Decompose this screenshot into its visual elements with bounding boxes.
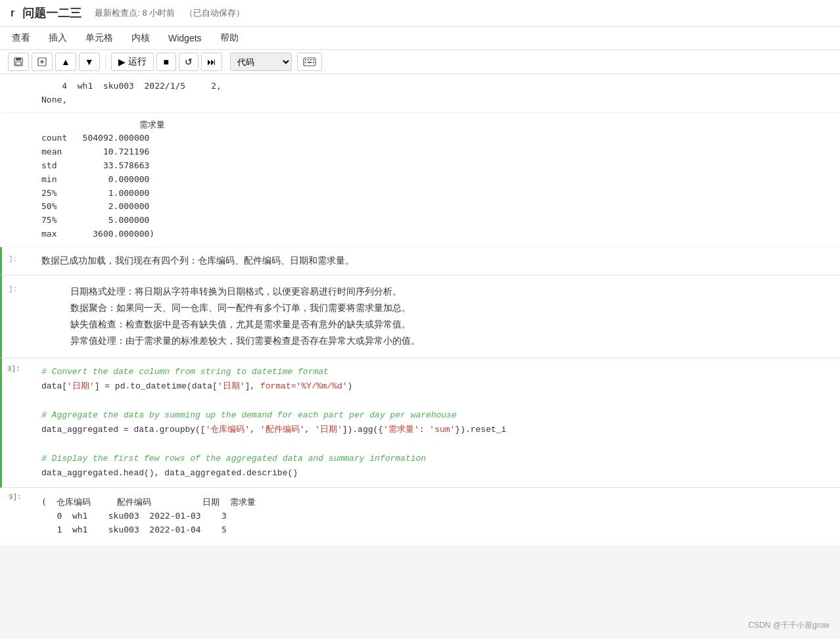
menu-bar: 查看 插入 单元格 内核 Widgets 帮助 [0, 27, 840, 50]
menu-item-widgets[interactable]: Widgets [167, 30, 203, 46]
keyboard-button[interactable] [297, 53, 322, 71]
cell-text-output: ]: 数据已成功加载，我们现在有四个列：仓库编码、配件编码、日期和需求量。 [0, 247, 840, 275]
notebook-title[interactable]: 问题一二三 [22, 5, 82, 21]
markdown-line-4: 异常值处理：由于需求量的标准差较大，我们需要检查是否存在异常大或异常小的值。 [41, 333, 829, 349]
interrupt-button[interactable]: ■ [156, 53, 176, 71]
fast-forward-button[interactable]: ⏭ [201, 53, 222, 71]
svg-rect-8 [308, 59, 309, 60]
markdown-lines: 日期格式处理：将日期从字符串转换为日期格式，以便更容易进行时间序列分析。 数据聚… [41, 283, 829, 350]
table-output-content: ( 仓库编码 配件编码 日期 需求量 0 wh1 sku003 2022-01-… [41, 496, 840, 536]
cell-number: ]: [9, 255, 17, 263]
cell-number-markdown: ]: [9, 283, 17, 296]
cell-type-select[interactable]: 代码 Markdown Raw [230, 53, 292, 71]
svg-rect-12 [308, 62, 312, 63]
svg-rect-7 [305, 59, 306, 60]
cell-markdown: ]: 日期格式处理：将日期从字符串转换为日期格式，以便更容易进行时间序列分析。 … [0, 275, 840, 358]
markdown-line-2: 数据聚合：如果同一天、同一仓库、同一配件有多个订单，我们需要将需求量加总。 [41, 300, 829, 316]
menu-item-insert[interactable]: 插入 [47, 30, 68, 47]
title-bar: r 问题一二三 最新检查点: 8 小时前 （已自动保存） [0, 0, 840, 27]
svg-rect-9 [310, 59, 312, 60]
move-up-button[interactable]: ▲ [55, 53, 76, 71]
stats-text: 需求量 count 504092.000000 mean 10.721196 s… [41, 118, 840, 241]
cell-output-stats: 需求量 count 504092.000000 mean 10.721196 s… [0, 113, 840, 247]
cell-output-raw: 4 wh1 sku003 2022/1/5 2, None, [0, 74, 840, 113]
app-logo: r [11, 7, 14, 19]
output-text: 4 wh1 sku003 2022/1/5 2, None, [41, 80, 840, 107]
restart-button[interactable]: ↺ [179, 53, 198, 71]
code-content: # Convert the date column from string to… [41, 365, 829, 481]
menu-item-kernel[interactable]: 内核 [130, 30, 151, 47]
svg-rect-10 [313, 59, 314, 60]
cell-output-table: 3]: ( 仓库编码 配件编码 日期 需求量 0 wh1 sku003 2022… [0, 488, 840, 545]
svg-rect-11 [305, 62, 306, 63]
notebook-content: 4 wh1 sku003 2022/1/5 2, None, 需求量 count… [0, 74, 840, 546]
cell-number-table: 3]: [9, 493, 22, 501]
text-output-content: 数据已成功加载，我们现在有四个列：仓库编码、配件编码、日期和需求量。 [41, 255, 354, 266]
run-button[interactable]: ▶ 运行 [111, 53, 154, 71]
menu-item-help[interactable]: 帮助 [219, 30, 240, 47]
checkpoint-info: 最新检查点: 8 小时前 （已自动保存） [95, 7, 245, 19]
cell-code-3[interactable]: 3]: # Convert the date column from strin… [0, 358, 840, 488]
svg-rect-2 [16, 62, 21, 65]
svg-rect-13 [313, 62, 314, 63]
save-button[interactable] [8, 53, 29, 71]
menu-item-view[interactable]: 查看 [11, 30, 32, 47]
markdown-line-3: 缺失值检查：检查数据中是否有缺失值，尤其是需求量是否有意外的缺失或异常值。 [41, 316, 829, 333]
cell-number-code: 3]: [7, 365, 20, 373]
toolbar-separator [105, 55, 106, 68]
svg-rect-1 [16, 58, 21, 60]
add-cell-button[interactable] [32, 53, 53, 71]
run-icon: ▶ [118, 57, 126, 67]
menu-item-cell[interactable]: 单元格 [84, 30, 114, 47]
move-down-button[interactable]: ▼ [79, 53, 100, 71]
markdown-line-1: 日期格式处理：将日期从字符串转换为日期格式，以便更容易进行时间序列分析。 [41, 283, 829, 300]
toolbar: ▲ ▼ ▶ 运行 ■ ↺ ⏭ 代码 Markdown Raw [0, 50, 840, 74]
